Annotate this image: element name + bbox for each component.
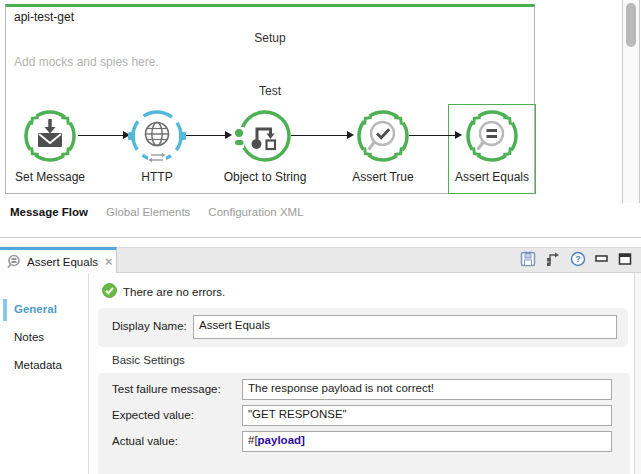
test-section-label: Test <box>6 84 534 98</box>
node-object-to-string[interactable] <box>235 106 295 166</box>
flow-arrow <box>78 135 128 136</box>
node-assert-true[interactable] <box>353 106 413 166</box>
setup-hint-text: Add mocks and spies here. <box>14 55 159 69</box>
expected-value-input[interactable]: "GET RESPONSE" <box>242 405 612 426</box>
help-icon[interactable]: ? <box>570 251 586 267</box>
save-icon[interactable] <box>520 251 536 267</box>
tab-message-flow[interactable]: Message Flow <box>10 206 88 218</box>
close-icon[interactable]: × <box>105 255 113 268</box>
properties-scrollbar-track[interactable] <box>634 273 641 474</box>
actual-value-label: Actual value: <box>112 435 178 447</box>
flow-arrow <box>185 135 230 136</box>
actual-value-input[interactable]: #[payload] <box>242 431 612 452</box>
properties-tab-label: Assert Equals <box>27 256 98 268</box>
object-to-string-icon <box>235 106 295 166</box>
node-label-object-to-string: Object to String <box>224 170 307 184</box>
minimize-icon[interactable] <box>595 252 609 266</box>
expected-value-label: Expected value: <box>112 409 194 421</box>
assert-equals-icon <box>462 106 522 166</box>
flow-canvas[interactable]: api-test-get Setup Add mocks and spies h… <box>5 4 535 194</box>
svg-text:?: ? <box>575 254 581 264</box>
sidebar-divider <box>88 273 89 474</box>
display-name-input[interactable]: Assert Equals <box>193 315 617 339</box>
flow-title: api-test-get <box>14 10 74 24</box>
node-label-assert-equals: Assert Equals <box>455 170 529 184</box>
node-label-set-message: Set Message <box>15 170 85 184</box>
node-http[interactable] <box>127 106 187 166</box>
sidebar-item-metadata[interactable]: Metadata <box>14 359 62 371</box>
test-failure-message-label: Test failure message: <box>112 383 221 395</box>
flow-tree-icon[interactable] <box>545 251 561 267</box>
status-message: There are no errors. <box>123 286 225 298</box>
sidebar-item-general[interactable]: General <box>14 303 57 315</box>
properties-panel: Assert Equals × ? <box>0 237 641 474</box>
node-assert-equals[interactable] <box>462 106 522 166</box>
canvas-scrollbar-thumb[interactable] <box>626 3 636 47</box>
canvas-scrollbar[interactable] <box>622 0 640 203</box>
anypoint-studio-window: api-test-get Setup Add mocks and spies h… <box>0 0 641 474</box>
expression-suffix: ] <box>301 434 305 446</box>
properties-tab-assert-equals[interactable]: Assert Equals × <box>0 247 117 273</box>
node-label-http: HTTP <box>141 170 172 184</box>
display-name-group: Display Name: Assert Equals <box>98 308 628 347</box>
display-name-label: Display Name: <box>112 320 187 332</box>
assert-equals-tab-icon <box>7 254 22 269</box>
test-failure-message-input[interactable]: The response payload is not correct! <box>242 379 612 400</box>
active-section-indicator <box>3 299 7 321</box>
assert-true-icon <box>353 106 413 166</box>
expression-prefix: #[ <box>248 434 258 446</box>
editor-view-tabs: Message Flow Global Elements Configurati… <box>10 206 304 218</box>
tab-configuration-xml[interactable]: Configuration XML <box>208 206 303 218</box>
http-icon <box>127 106 187 166</box>
no-errors-check-icon <box>102 283 117 298</box>
flow-arrow <box>291 135 352 136</box>
setup-section-label: Setup <box>6 31 534 45</box>
node-label-assert-true: Assert True <box>352 170 413 184</box>
maximize-icon[interactable] <box>618 252 632 266</box>
expression-payload: payload <box>258 434 301 446</box>
set-message-icon <box>20 106 80 166</box>
basic-settings-title: Basic Settings <box>112 354 185 366</box>
node-set-message[interactable] <box>20 106 80 166</box>
sidebar-item-notes[interactable]: Notes <box>14 331 44 343</box>
flow-arrow <box>409 135 460 136</box>
basic-settings-group: Test failure message: The response paylo… <box>98 373 630 474</box>
properties-toolbar: ? <box>520 251 632 267</box>
tab-global-elements[interactable]: Global Elements <box>106 206 190 218</box>
